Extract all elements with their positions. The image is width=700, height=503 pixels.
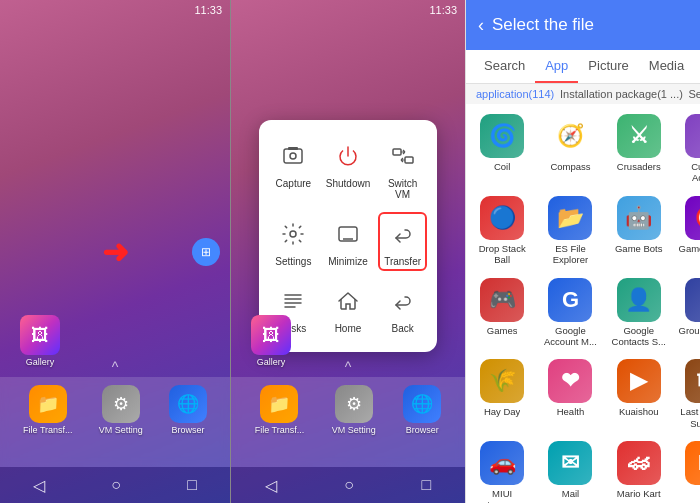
tab-picture[interactable]: Picture — [578, 50, 638, 83]
panel-header: ‹ Select the file ⟳ — [466, 0, 700, 50]
transfer-icon — [385, 216, 421, 252]
dock-icon-2-1: ⚙ — [335, 385, 373, 423]
app-icon-4: 🔵 — [480, 196, 524, 240]
dock-item-2-1[interactable]: ⚙ VM Setting — [332, 385, 376, 435]
nav-recents-2[interactable]: □ — [422, 476, 432, 494]
app-label-9: Google Account M... — [541, 325, 599, 348]
subheader: application(114) Installation package(1 … — [466, 84, 700, 104]
app-grid-item-14[interactable]: ▶Kuaishou — [605, 353, 673, 435]
capture-label: Capture — [276, 178, 312, 189]
app-grid-item-7[interactable]: 🎯Game Center — [673, 190, 700, 272]
dock-label-1: VM Setting — [99, 425, 143, 435]
gallery-desktop-item[interactable]: 🖼 Gallery — [20, 315, 60, 367]
app-grid-item-11[interactable]: ⊞GroupControl — [673, 272, 700, 354]
app-grid-item-10[interactable]: 👤Google Contacts S... — [605, 272, 673, 354]
nav-back-2[interactable]: ◁ — [265, 476, 277, 495]
app-icon-1: 🧭 — [548, 114, 592, 158]
app-icon-3: 📱 — [685, 114, 700, 158]
app-icon-5: 📂 — [548, 196, 592, 240]
app-grid-item-2[interactable]: ⚔Crusaders — [605, 108, 673, 190]
tab-app[interactable]: App — [535, 50, 578, 83]
app-grid-item-15[interactable]: 🏚Last Shelter: Survival — [673, 353, 700, 435]
app-icon-13: ❤ — [548, 359, 592, 403]
screen1: 11:33 🖼 Gallery ^ 📁 File Transf... ⚙ VM … — [0, 0, 230, 503]
app-label-6: Game Bots — [615, 243, 663, 254]
app-icon-9: G — [548, 278, 592, 322]
gallery-icon-2: 🖼 — [251, 315, 291, 355]
menu-item-capture[interactable]: Capture — [269, 134, 318, 204]
menu-item-settings[interactable]: Settings — [269, 212, 318, 271]
app-drawer-1: 📁 File Transf... ⚙ VM Setting 🌐 Browser — [0, 377, 230, 467]
time-1: 11:33 — [194, 4, 222, 16]
dock-row-2: 📁 File Transf... ⚙ VM Setting 🌐 Browser — [231, 377, 465, 439]
app-icon-15: 🏚 — [685, 359, 700, 403]
app-label-14: Kuaishou — [619, 406, 659, 417]
swipe-hint-2: ^ — [345, 359, 352, 375]
app-grid-item-19[interactable]: MMi Community — [673, 435, 700, 503]
menu-item-home[interactable]: Home — [322, 279, 374, 338]
nav-recents-1[interactable]: □ — [187, 476, 197, 494]
menu-item-shutdown[interactable]: Shutdown — [322, 134, 374, 204]
select-all[interactable]: Select all — [689, 88, 700, 100]
red-arrow-icon: ➜ — [102, 233, 129, 271]
menu-item-minimize[interactable]: Minimize — [322, 212, 374, 271]
menu-item-back[interactable]: Back — [378, 279, 427, 338]
desktop-icons-2: 🖼 Gallery — [251, 315, 291, 367]
app-icon-0: 🌀 — [480, 114, 524, 158]
nav-home-2[interactable]: ○ — [344, 476, 354, 494]
dock-item-vmsetting[interactable]: ⚙ VM Setting — [99, 385, 143, 435]
app-grid-item-9[interactable]: GGoogle Account M... — [536, 272, 604, 354]
package-info: Installation package(1 ...) — [560, 88, 683, 100]
app-icon-12: 🌾 — [480, 359, 524, 403]
app-grid-item-13[interactable]: ❤Health — [536, 353, 604, 435]
nav-back-1[interactable]: ◁ — [33, 476, 45, 495]
dock-row-1: 📁 File Transf... ⚙ VM Setting 🌐 Browser — [0, 377, 230, 439]
dock-item-browser[interactable]: 🌐 Browser — [169, 385, 207, 435]
app-label-18: Mario Kart — [617, 488, 661, 499]
right-panel: ‹ Select the file ⟳ Search App Picture M… — [465, 0, 700, 503]
time-2: 11:33 — [429, 4, 457, 16]
dock-item-2-0[interactable]: 📁 File Transf... — [255, 385, 305, 435]
capture-icon — [275, 138, 311, 174]
app-grid-item-3[interactable]: 📱Current Activity — [673, 108, 700, 190]
svg-rect-0 — [284, 149, 302, 163]
back-button[interactable]: ‹ — [478, 15, 484, 36]
app-grid-item-1[interactable]: 🧭Compass — [536, 108, 604, 190]
svg-point-5 — [290, 231, 296, 237]
app-grid-item-5[interactable]: 📂ES File Explorer — [536, 190, 604, 272]
app-icon-7: 🎯 — [685, 196, 700, 240]
tab-search[interactable]: Search — [474, 50, 535, 83]
desktop-icons-1: 🖼 Gallery — [20, 315, 60, 367]
app-grid-item-12[interactable]: 🌾Hay Day — [468, 353, 536, 435]
app-label-16: MIUI DriveScene — [473, 488, 531, 503]
app-grid-item-8[interactable]: 🎮Games — [468, 272, 536, 354]
dock-item-filetransfer[interactable]: 📁 File Transf... — [23, 385, 73, 435]
tab-media[interactable]: Media — [639, 50, 694, 83]
app-grid-item-18[interactable]: 🏎Mario Kart — [605, 435, 673, 503]
blue-button[interactable]: ⊞ — [192, 238, 220, 266]
switchvm-icon — [385, 138, 421, 174]
menu-item-transfer[interactable]: Transfer — [378, 212, 427, 271]
app-grid-item-16[interactable]: 🚗MIUI DriveScene — [468, 435, 536, 503]
app-label-4: Drop Stack Ball — [473, 243, 531, 266]
svg-rect-3 — [393, 149, 401, 155]
bottom-nav-1: ◁ ○ □ — [0, 467, 230, 503]
dock-label-2-2: Browser — [406, 425, 439, 435]
menu-item-switchvm[interactable]: Switch VM — [378, 134, 427, 204]
minimize-label: Minimize — [328, 256, 367, 267]
app-grid-item-17[interactable]: ✉Mail — [536, 435, 604, 503]
app-label-1: Compass — [550, 161, 590, 172]
dock-icon-2-2: 🌐 — [403, 385, 441, 423]
gallery-desktop-item-2[interactable]: 🖼 Gallery — [251, 315, 291, 367]
dock-label-0: File Transf... — [23, 425, 73, 435]
home-label: Home — [335, 323, 362, 334]
tab-file[interactable]: File — [694, 50, 700, 83]
gallery-label: Gallery — [26, 357, 55, 367]
settings-icon — [275, 216, 311, 252]
app-icon-8: 🎮 — [480, 278, 524, 322]
nav-home-1[interactable]: ○ — [111, 476, 121, 494]
app-grid-item-4[interactable]: 🔵Drop Stack Ball — [468, 190, 536, 272]
app-grid-item-0[interactable]: 🌀Coil — [468, 108, 536, 190]
app-grid-item-6[interactable]: 🤖Game Bots — [605, 190, 673, 272]
dock-item-2-2[interactable]: 🌐 Browser — [403, 385, 441, 435]
